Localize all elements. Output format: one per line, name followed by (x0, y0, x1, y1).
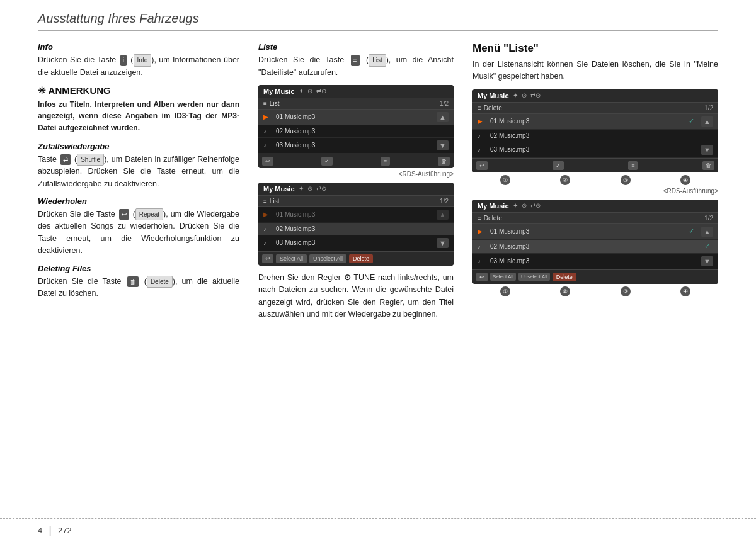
rscreen1-scroll-up: ▲ (701, 116, 713, 127)
rscreen2-unselect-all-btn[interactable]: Unselect All (518, 273, 550, 281)
rnum3: ③ (621, 286, 631, 296)
screen2-select-all-btn[interactable]: Select All (276, 254, 307, 263)
rscreen1-scroll-down: ▼ (701, 145, 713, 155)
rscreen1-sub-header: ≡ Delete 1/2 (472, 103, 718, 114)
rscreen2-numbers: ① ② ③ ④ (472, 286, 718, 296)
screen2-scroll-up: ▲ (437, 210, 449, 220)
shuffle-icon-btn: ⇄ (60, 154, 71, 166)
repeat-btn-label: Repeat (135, 208, 163, 221)
info-text: Drücken Sie die Taste i (Info), um Infor… (38, 54, 239, 79)
screen2-sub-header: ≡ List 1/2 (258, 196, 454, 207)
screen2-delete-btn[interactable]: Delete (349, 254, 373, 263)
screen1-row-1: ▶ 01 Music.mp3 ▲ (258, 110, 454, 125)
rscreen1-row-2: ♪ 02 Music.mp3 (472, 130, 718, 142)
mid-column: Liste Drücken Sie die Taste ≡ (List), um… (258, 42, 454, 327)
rscreen1-list-btn: ≡ (628, 161, 638, 170)
info-text-1: Drücken Sie die Taste (38, 55, 116, 64)
info-title: Info (38, 42, 239, 52)
screen1-header: My Music ✦ ⊙ ⇄⊙ (258, 85, 454, 98)
rscreen1-del-btn: 🗑 (702, 161, 714, 170)
rscreen2-select-all-btn[interactable]: Select All (490, 273, 516, 281)
right-column: Menü "Liste" In der Listenansicht können… (472, 42, 718, 327)
rscreen2-row1-text: 01 Music.mp3 (490, 228, 685, 235)
info-section: Info Drücken Sie die Taste i (Info), um … (38, 42, 239, 79)
screen2-header-left: My Music ✦ ⊙ ⇄⊙ (263, 185, 326, 193)
screen2-row1-text: 01 Music.mp3 (276, 211, 433, 218)
rscreen1-caption: <RDS-Ausführung> (472, 188, 718, 195)
rscreen1-back-btn: ↩ (476, 161, 488, 170)
header: Ausstattung Ihres Fahrzeugs (38, 0, 718, 31)
rscreen2-scroll-down-btn: ▼ (701, 256, 713, 266)
screen2-note-icon-2: ♪ (263, 225, 272, 232)
screen1-settings-icon: ⊙ (307, 88, 312, 94)
rscreen2-note-2: ♪ (478, 243, 486, 250)
left-column: Info Drücken Sie die Taste i (Info), um … (38, 42, 239, 327)
wiederholen-title: Wiederholen (38, 196, 239, 206)
zufalls-text: Taste ⇄ (Shuffle), um Dateien in zufälli… (38, 154, 239, 190)
anmerkung-section: ✳ ANMERKUNG Infos zu Titeln, Interpreten… (38, 85, 239, 134)
zufalls-title: Zufallswiedergabe (38, 142, 239, 151)
rscreen2-bt-icon: ✦ (513, 202, 518, 209)
rscreen2-check1: ✓ (689, 227, 697, 235)
liste-title: Liste (258, 42, 454, 52)
screen1-row2-text: 02 Music.mp3 (276, 128, 449, 135)
rscreen2-delete-btn[interactable]: Delete (553, 273, 576, 281)
screen-1: My Music ✦ ⊙ ⇄⊙ ≡ List 1/2 ▶ 01 Music.mp… (258, 85, 454, 168)
rscreen2-controls: ↩ Select All Unselect All Delete (472, 269, 718, 284)
rscreen1-play-icon: ▶ (478, 118, 486, 125)
page-title: Ausstattung Ihres Fahrzeugs (38, 11, 199, 25)
rnum4: ④ (680, 286, 690, 296)
rscreen2-header: My Music ✦ ⊙ ⇄⊙ (472, 200, 718, 213)
screen1-sub-header: ≡ List 1/2 (258, 98, 454, 110)
rscreen1-sub-text: Delete (484, 104, 502, 111)
menu-title: Menü "Liste" (472, 42, 718, 55)
screen2-scroll-down: ▼ (437, 238, 449, 248)
screen2-row-3: ♪ 03 Music.mp3 ▼ (258, 235, 454, 251)
wiederholen-section: Wiederholen Drücken Sie die Taste ↩ (Rep… (38, 196, 239, 257)
screen1-title: My Music (263, 88, 295, 95)
screen1-bt-icon: ✦ (299, 88, 304, 94)
menu-text: In der Listenansicht können Sie Dateien … (472, 59, 718, 83)
bottom-text: Drehen Sie den Regler ⊙ TUNE nach links/… (258, 272, 454, 321)
screen1-row3-text: 03 Music.mp3 (276, 142, 433, 149)
delete-btn-label: Delete (147, 276, 173, 288)
rscreen2-row-1: ▶ 01 Music.mp3 ✓ ▲ (472, 224, 718, 240)
footer-page-num: 4 (38, 526, 42, 535)
screen2-unselect-all-btn[interactable]: Unselect All (309, 254, 346, 263)
screen1-note-icon-3: ♪ (263, 142, 272, 149)
screen1-row-3: ♪ 03 Music.mp3 ▼ (258, 138, 454, 154)
rscreen2-sub-header: ≡ Delete 1/2 (472, 213, 718, 224)
screen1-usb-icon: ⇄⊙ (316, 88, 326, 94)
screen1-list-icon: ≡ (263, 100, 267, 107)
screen2-controls: ↩ Select All Unselect All Delete (258, 251, 454, 266)
rscreen2-check2: ✓ (704, 242, 713, 251)
rscreen1-list-icon: ≡ (478, 104, 481, 111)
rscreen2-back-btn: ↩ (476, 273, 488, 281)
screen1-check-btn: ✓ (321, 157, 333, 166)
screen1-row1-text: 01 Music.mp3 (276, 113, 433, 120)
scroll-down: ▼ (437, 140, 449, 150)
screen2-play-icon: ▶ (263, 211, 272, 218)
rscreen2-scroll: ▲ (701, 227, 713, 237)
num4: ④ (680, 175, 690, 185)
rscreen1-row-3: ♪ 03 Music.mp3 ▼ (472, 142, 718, 158)
rscreen2-row-2: ♪ 02 Music.mp3 ✓ (472, 240, 718, 254)
screen1-scroll: ▲ (437, 112, 449, 122)
rnum2: ② (560, 286, 570, 296)
liste-text: Drücken Sie die Taste ≡ (List), um die A… (258, 54, 454, 79)
shuffle-btn-label: Shuffle (77, 154, 104, 166)
screen2-list-icon: ≡ (263, 198, 267, 205)
screen2-sub-text: List (270, 198, 280, 205)
screen2-row-1: ▶ 01 Music.mp3 ▲ (258, 207, 454, 223)
rscreen2-row3-text: 03 Music.mp3 (490, 257, 685, 264)
screen2-settings-icon: ⊙ (307, 185, 312, 192)
screen1-caption: <RDS-Ausführung> (258, 171, 454, 178)
repeat-icon-btn: ↩ (119, 209, 129, 220)
screen1-back-btn: ↩ (262, 157, 273, 166)
rnum1: ① (500, 286, 510, 296)
num3: ③ (621, 175, 631, 185)
rscreen1-check1: ✓ (689, 117, 697, 125)
screen1-play-icon: ▶ (263, 113, 272, 120)
rscreen1-settings-icon: ⊙ (522, 92, 527, 99)
rscreen2-list-icon: ≡ (478, 215, 481, 222)
